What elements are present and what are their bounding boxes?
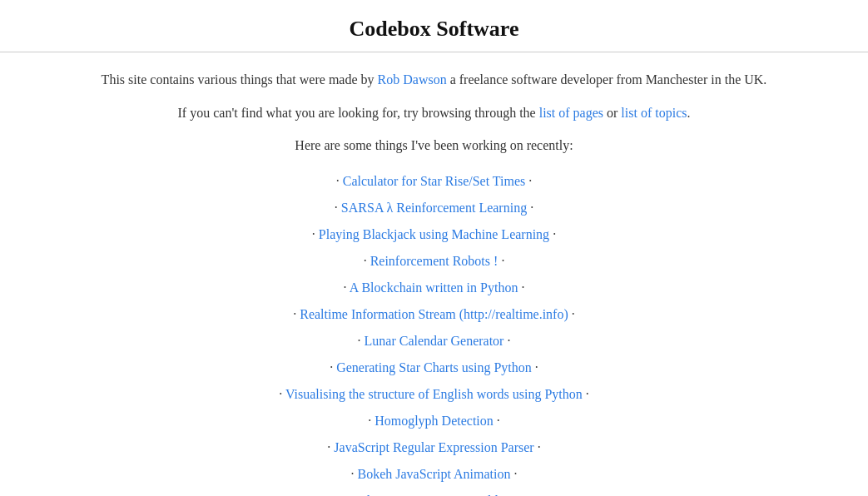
intro-text-before: This site contains various things that w… (102, 72, 378, 87)
link-item: · Visualising the structure of English w… (52, 381, 817, 408)
intro-text-after: a freelance software developer from Manc… (447, 72, 767, 87)
recent-link-11[interactable]: Bokeh JavaScript Animation (358, 467, 511, 481)
recent-link-2[interactable]: Playing Blackjack using Machine Learning (319, 227, 549, 241)
recent-link-7[interactable]: Generating Star Charts using Python (336, 360, 532, 374)
browse-paragraph: If you can't find what you are looking f… (52, 102, 817, 124)
link-item: · Homoglyph Detection · (52, 408, 817, 434)
link-item: · Lunar Calendar Generator · (52, 328, 817, 355)
recent-label: Here are some things I've been working o… (295, 138, 573, 152)
link-item: · A Blockchain written in Python · (52, 275, 817, 301)
page-title: Codebox Software (0, 17, 868, 42)
link-item: · SARSA λ Reinforcement Learning · (52, 195, 817, 221)
recent-link-5[interactable]: Realtime Information Stream (http://real… (300, 307, 568, 321)
link-item: · Playing Blackjack using Machine Learni… (52, 221, 817, 248)
recent-link-3[interactable]: Reinforcement Robots ! (370, 254, 498, 268)
main-content: This site contains various things that w… (27, 69, 842, 496)
link-item: · Generating Star Charts using Python · (52, 355, 817, 381)
recent-link-6[interactable]: Lunar Calendar Generator (365, 334, 504, 348)
page-header: Codebox Software (0, 0, 868, 52)
recent-link-4[interactable]: A Blockchain written in Python (350, 280, 518, 295)
browse-text-middle: or (603, 106, 621, 120)
link-item: · Bokeh JavaScript Animation · (52, 461, 817, 488)
links-list: · Calculator for Star Rise/Set Times ·· … (52, 168, 817, 496)
recent-paragraph: Here are some things I've been working o… (52, 135, 817, 156)
intro-paragraph: This site contains various things that w… (52, 69, 817, 91)
recent-link-10[interactable]: JavaScript Regular Expression Parser (334, 440, 533, 454)
link-item: · JavaScript Regular Expression Parser · (52, 434, 817, 461)
link-item: · Calculator for Star Rise/Set Times · (52, 168, 817, 195)
link-item: · Realtime Information Stream (http://re… (52, 301, 817, 328)
recent-link-9[interactable]: Homoglyph Detection (374, 414, 494, 428)
recent-link-1[interactable]: SARSA λ Reinforcement Learning (341, 201, 527, 215)
recent-link-8[interactable]: Visualising the structure of English wor… (285, 387, 583, 401)
link-item: · Reinforcement Robots ! · (52, 248, 817, 275)
author-link[interactable]: Rob Dawson (378, 72, 447, 87)
browse-text-before: If you can't find what you are looking f… (178, 106, 539, 120)
recent-link-0[interactable]: Calculator for Star Rise/Set Times (343, 174, 526, 188)
link-item: · Photomosaic Image Builder · (52, 488, 817, 496)
browse-text-after: . (687, 106, 690, 120)
list-of-pages-link[interactable]: list of pages (539, 106, 603, 120)
list-of-topics-link[interactable]: list of topics (621, 106, 687, 120)
